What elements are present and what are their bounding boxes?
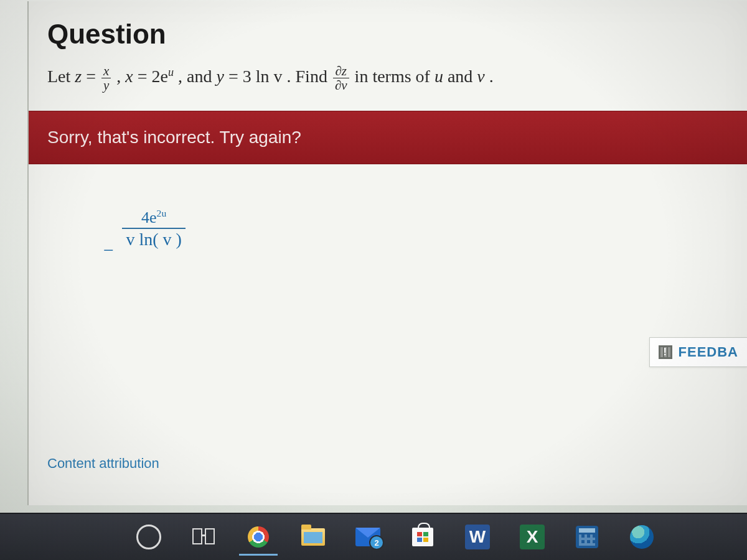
answer-fraction: 4e2u v ln( v ) [122, 208, 185, 250]
error-banner: Sorry, that's incorrect. Try again? [29, 111, 747, 164]
question-heading: Question [29, 1, 747, 56]
text: Let [47, 67, 75, 86]
store-icon [412, 528, 433, 546]
numerator: 4e2u [122, 208, 185, 229]
denominator: ∂v [333, 78, 349, 92]
numerator: ∂z [333, 64, 349, 78]
var-x: x [125, 67, 133, 86]
windows-taskbar: 2 W X [0, 513, 747, 560]
excel-icon: X [520, 525, 545, 549]
answer-area[interactable]: − 4e2u v ln( v ) [29, 164, 747, 338]
question-prompt: Let z = x y , x = 2eu , and y = 3 ln v .… [29, 56, 747, 111]
text: , and [178, 67, 216, 86]
text: and [448, 67, 477, 86]
feedback-button[interactable]: FEEDBA [649, 337, 747, 367]
content-attribution-link[interactable]: Content attribution [47, 455, 159, 472]
submitted-answer: − 4e2u v ln( v ) [103, 208, 186, 261]
taskbar-word[interactable]: W [453, 516, 502, 558]
mail-badge: 2 [369, 535, 384, 550]
taskbar-cortana[interactable] [125, 516, 173, 558]
var-u: u [435, 67, 443, 86]
fraction-dz-dv: ∂z ∂v [332, 64, 350, 92]
text: , [116, 67, 125, 86]
chrome-icon [248, 526, 269, 548]
text: . Find [287, 67, 332, 86]
taskbar-task-view[interactable] [179, 516, 228, 558]
exp: 2u [157, 208, 167, 218]
fraction-x-over-y: x y [100, 64, 112, 92]
feedback-label: FEEDBA [679, 344, 738, 360]
taskbar-chrome[interactable] [234, 516, 283, 558]
text: in terms of [355, 67, 435, 86]
question-panel: Question Let z = x y , x = 2eu , and y =… [27, 1, 747, 505]
text: . [489, 67, 494, 86]
numerator: x [101, 64, 111, 78]
screen-root: Question Let z = x y , x = 2eu , and y =… [0, 0, 747, 560]
task-view-icon [192, 528, 215, 546]
taskbar-excel[interactable]: X [508, 516, 557, 558]
denominator: y [101, 78, 111, 92]
denominator: v ln( v ) [122, 229, 185, 250]
text: = [86, 67, 100, 86]
taskbar-calculator[interactable] [563, 516, 611, 558]
text: = 2e [138, 67, 168, 86]
calculator-icon [576, 526, 598, 548]
text: = 3 ln v [228, 67, 283, 86]
folder-icon [301, 528, 325, 546]
taskbar-store[interactable] [398, 516, 447, 558]
var-z: z [75, 67, 82, 86]
taskbar-mail[interactable]: 2 [344, 516, 392, 558]
taskbar-edge[interactable] [618, 516, 666, 558]
feedback-icon [659, 345, 672, 359]
taskbar-file-explorer[interactable] [289, 516, 337, 558]
exp-u: u [168, 66, 174, 78]
coeff: 4e [141, 208, 157, 226]
cortana-icon [136, 525, 161, 549]
mail-icon: 2 [355, 528, 380, 546]
word-icon: W [465, 525, 490, 549]
var-y: y [217, 67, 224, 86]
minus-sign: − [103, 240, 114, 260]
var-v: v [477, 67, 484, 86]
edge-icon [630, 525, 654, 549]
